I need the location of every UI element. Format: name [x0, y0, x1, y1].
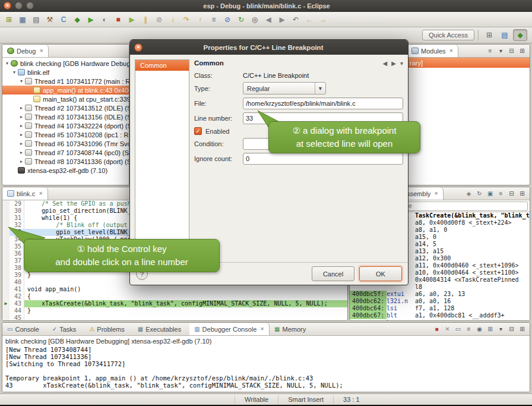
toolbar-icon[interactable]: ⚒ [43, 14, 56, 26]
close-icon[interactable]: ✕ [260, 326, 264, 332]
dialog-history-icon[interactable]: ▾ [400, 60, 403, 67]
dialog-history-icon[interactable]: ▶ [391, 60, 396, 67]
tree-expander-icon[interactable]: ▸ [18, 114, 24, 119]
line-number[interactable]: 38 [10, 265, 24, 272]
gutter-marker-icon[interactable]: ▶ [2, 300, 10, 307]
console-toolbar-icon[interactable]: ⊞ [518, 326, 527, 332]
gutter-marker-icon[interactable] [2, 307, 10, 314]
debug-tree-item[interactable]: app_main() at blink.c:43 0x400dbc5f [2, 86, 129, 95]
disassembly-toolbar-icon[interactable]: ⊞ [518, 190, 527, 197]
console-toolbar-icon[interactable]: ▾ [496, 326, 505, 332]
disassembly-toolbar-icon[interactable]: ⊟ [507, 190, 516, 197]
console-tab[interactable]: ▭ Console [2, 323, 48, 335]
console-toolbar-icon[interactable]: ◉ [475, 326, 484, 332]
ok-button[interactable]: OK [359, 266, 402, 281]
tree-expander-icon[interactable]: ▸ [18, 132, 24, 137]
gutter-marker-icon[interactable] [2, 293, 10, 300]
gutter-marker-icon[interactable] [2, 279, 10, 286]
gutter-marker-icon[interactable] [2, 314, 10, 320]
toolbar-icon[interactable]: ◀ [262, 14, 275, 26]
line-number[interactable]: 45 [10, 314, 24, 320]
debug-tree-item[interactable]: ▾ Thread #1 1073411772 (main : Running) [2, 77, 129, 86]
gutter-marker-icon[interactable] [2, 286, 10, 293]
perspective-icon[interactable]: ⊞ [482, 29, 496, 41]
gutter-marker-icon[interactable] [2, 257, 10, 265]
toolbar-icon[interactable]: ↻ [235, 14, 248, 26]
console-toolbar-icon[interactable]: ⊟ [507, 326, 516, 332]
chevron-down-icon[interactable]: ▼ [315, 83, 325, 94]
toolbar-icon[interactable]: ◆ [71, 14, 84, 26]
debug-tree-item[interactable]: ▸ Thread #5 1073410208 (ipc1 : Running) [2, 130, 129, 139]
debug-tree-item[interactable]: ▸ Thread #6 1073431096 (Tmr Svc) (Suspen… [2, 139, 129, 148]
line-number[interactable]: 43 [10, 300, 24, 307]
disassembly-toolbar-icon[interactable]: ≡ [496, 190, 505, 197]
dialog-nav-item[interactable]: Common [135, 60, 189, 71]
toolbar-icon[interactable]: ▦ [16, 14, 29, 26]
gutter-marker-icon[interactable] [2, 215, 10, 222]
dialog-history-icon[interactable]: ◀ [383, 60, 388, 67]
console-tab[interactable]: ▦ Memory [270, 323, 314, 335]
tab-debug[interactable]: Debug ✕ [2, 45, 49, 57]
cancel-button[interactable]: Cancel [312, 266, 354, 281]
gutter-marker-icon[interactable] [2, 265, 10, 272]
close-icon[interactable]: ✕ [434, 191, 438, 196]
disassembly-toolbar-icon[interactable]: ↻ [475, 190, 484, 197]
debug-tree-item[interactable]: xtensa-esp32-elf-gdb (7.10) [2, 166, 129, 175]
tree-expander-icon[interactable]: ▾ [18, 78, 24, 84]
disassembly-toolbar-icon[interactable]: ◈ [464, 190, 473, 197]
line-number[interactable]: 30 [10, 207, 24, 215]
toolbar-icon[interactable]: ← [303, 14, 316, 26]
toolbar-icon[interactable]: ▤ [30, 14, 43, 26]
toolbar-icon[interactable]: ◐ [98, 14, 111, 26]
toolbar-icon[interactable]: ↷ [180, 14, 193, 26]
line-number[interactable]: 40 [10, 279, 24, 286]
console-tab[interactable]: ⚠ Problems [84, 323, 132, 335]
modules-toolbar-icon[interactable]: ≡ [486, 48, 495, 54]
tab-blink-c[interactable]: blink.c ✕ [2, 187, 48, 200]
modules-toolbar-icon[interactable]: ▾ [496, 48, 505, 54]
toolbar-icon[interactable]: ◎ [248, 14, 261, 26]
line-number[interactable]: 31 [10, 215, 24, 222]
line-number[interactable]: 29 [10, 200, 24, 207]
debug-tree-item[interactable]: ▾ blink.elf [2, 68, 129, 77]
console-toolbar-icon[interactable]: ▭ [454, 326, 463, 332]
line-number[interactable]: 41 [10, 286, 24, 293]
debug-tree-item[interactable]: ▾ blink checking [GDB Hardware Debugging… [2, 59, 129, 68]
console-toolbar-icon[interactable]: ✕ [443, 326, 452, 332]
line-number[interactable]: 42 [10, 293, 24, 300]
toolbar-icon[interactable]: ↶ [289, 14, 302, 26]
console-toolbar-icon[interactable]: ⊞ [486, 326, 495, 332]
toolbar-icon[interactable]: ⊘ [221, 14, 234, 26]
debug-tree-item[interactable]: ▸ Thread #7 1073408744 (ipc0) (Suspended… [2, 148, 129, 157]
enabled-checkbox[interactable]: ✓ [194, 127, 202, 135]
console-tab[interactable]: ▦ Executables [133, 323, 189, 335]
console-toolbar-icon[interactable]: ≡ [464, 326, 473, 332]
toolbar-icon[interactable]: ≡ [207, 14, 220, 26]
debug-tree-item[interactable]: ▸ Thread #3 1073413156 (IDLE) (Suspended… [2, 112, 129, 121]
gutter-marker-icon[interactable] [2, 207, 10, 215]
toolbar-icon[interactable]: ∥ [139, 14, 152, 26]
toolbar-icon[interactable]: ⊘ [153, 14, 166, 26]
tree-expander-icon[interactable]: ▾ [11, 70, 17, 75]
console-toolbar-icon[interactable]: ■ [432, 326, 441, 332]
gutter-marker-icon[interactable] [2, 272, 10, 279]
debug-tree-item[interactable]: ▸ Thread #2 1073413512 (IDLE) (Suspended… [2, 103, 129, 112]
type-dropdown[interactable]: Regular ▼ [243, 82, 326, 95]
window-minimize-button[interactable] [15, 2, 23, 10]
debug-tree-item[interactable]: ▸ Thread #8 1073411336 (dport) (Suspende… [2, 157, 129, 166]
toolbar-icon[interactable]: ■ [112, 14, 125, 26]
tree-expander-icon[interactable]: ▸ [18, 123, 24, 128]
file-field[interactable] [243, 97, 403, 109]
console-tab[interactable]: ▥ Debugger Console ✕ [189, 323, 270, 335]
perspective-icon[interactable]: ▤ [498, 29, 512, 41]
gutter-marker-icon[interactable] [2, 200, 10, 207]
tree-expander-icon[interactable]: ▸ [18, 159, 24, 164]
tree-expander-icon[interactable]: ▾ [4, 61, 10, 66]
modules-toolbar-icon[interactable]: ⊞ [518, 48, 527, 54]
window-close-button[interactable]: ✕ [4, 2, 11, 10]
tree-expander-icon[interactable]: ▸ [18, 150, 24, 155]
console-tab[interactable]: ✓ Tasks [48, 323, 85, 335]
tree-expander-icon[interactable]: ▸ [18, 105, 24, 111]
close-icon[interactable]: ✕ [39, 48, 43, 53]
ignore-count-field[interactable] [243, 153, 403, 165]
